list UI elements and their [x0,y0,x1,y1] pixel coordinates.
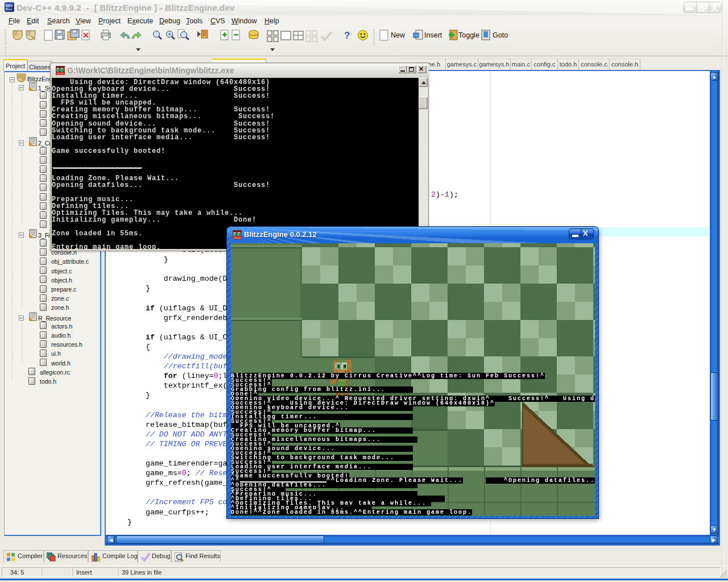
svg-text:?: ? [344,30,350,41]
